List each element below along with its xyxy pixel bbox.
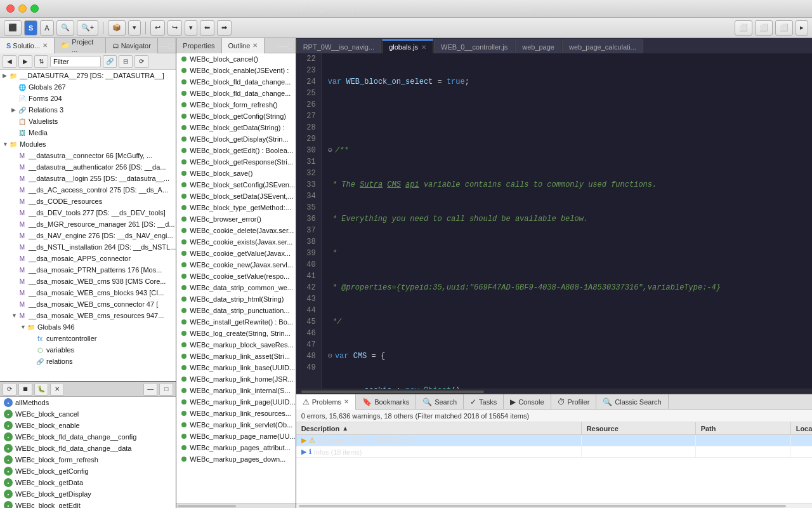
bl-btn-debug[interactable]: 🐛 [34,383,48,396]
outline-item-8[interactable]: WEBc_block_getEdit() : Boolea... [176,145,295,156]
outline-item-12[interactable]: WEBc_block_setData(JSEvent,... [176,190,295,202]
outline-item-34[interactable]: WEBc_markup_pages_attribut... [176,442,295,453]
panel-maximize-icon[interactable]: □ [168,41,173,51]
maximize-button[interactable] [30,4,39,13]
solution-tree[interactable]: ▶ 📁 __DATASUTRA__279 [DS: __DATASUTRA__]… [0,70,176,381]
tree-item-auth[interactable]: M __datasutra__authenticator 256 [DS: __… [0,161,176,173]
outline-item-10[interactable]: WEBc_block_save() [176,168,295,179]
outline-item-11[interactable]: WEBc_block_setConfig(JSEven... [176,179,295,190]
tab-navigator[interactable]: 🗂 Navigator [106,38,158,53]
tab-problems[interactable]: ⚠ Problems ✕ [296,394,356,410]
tree-item-mgr[interactable]: M __ds_MGR_resource_manager 261 [DS: __d… [0,218,176,230]
outline-item-32[interactable]: WEBc_markup_link_servlet(Ob... [176,419,295,431]
filter-input[interactable] [50,56,101,67]
outline-item-35[interactable]: WEBc_markup_pages_down... [176,453,295,465]
bl-btn-maximize[interactable]: □ [159,383,173,396]
toolbar-btn-more[interactable]: ▸ [796,20,808,36]
tree-item-globals946[interactable]: ▼ 📁 Globals 946 [0,321,176,333]
explorer-back[interactable]: ◀ [3,55,16,68]
bl-btn-minimize[interactable]: — [143,383,157,396]
tree-item-access[interactable]: M __ds_AC_access_control 275 [DS: __ds_A… [0,184,176,196]
outline-item-13[interactable]: WEBc_block_type_getMethod:... [176,202,295,213]
tab-web-controller[interactable]: WEB_0__controller.js [434,39,514,53]
method-getedit[interactable]: • WEBc_block_getEdit [0,500,176,508]
method-getconfig[interactable]: • WEBc_block_getConfig [0,465,176,477]
toolbar-btn-deploy[interactable]: 📦 [108,20,126,36]
toolbar-btn-search2[interactable]: 🔍+ [77,20,98,36]
method-all[interactable]: • allMethods [0,397,176,408]
tree-item-datasutra[interactable]: ▶ 📁 __DATASUTRA__279 [DS: __DATASUTRA__] [0,70,176,81]
middle-maximize-icon[interactable]: □ [287,41,292,51]
tree-item-nav[interactable]: M __ds_NAV_engine 276 [DS: __ds_NAV_engi… [0,230,176,241]
bl-btn-stop[interactable]: ⏹ [18,383,32,396]
outline-item-14[interactable]: WEBc_browser_error() [176,213,295,225]
tab-project[interactable]: 📁 Project ... [55,38,106,53]
outline-item-4[interactable]: WEBc_block_form_refresh() [176,99,295,110]
toolbar-btn-window1[interactable]: ⬜ [735,20,752,36]
outline-item-16[interactable]: WEBc_cookie_exists(Javax.ser... [176,236,295,248]
outline-item-2[interactable]: WEBc_block_fld_data_change... [176,76,295,88]
explorer-forward[interactable]: ▶ [18,55,32,68]
explorer-collapse[interactable]: ⊟ [119,55,133,68]
tree-item-code-res[interactable]: M __ds_CODE_resources [0,196,176,207]
outline-item-29[interactable]: WEBc_markup_link_internal(S... [176,385,295,396]
tab-profiler[interactable]: ⏱ Profiler [551,394,597,410]
outline-item-6[interactable]: WEBc_block_getData(String) : [176,122,295,133]
method-fld1[interactable]: • WEBc_block_fld_data_change__config [0,431,176,443]
tree-item-nstl[interactable]: M __ds_NSTL_installation 264 [DS: __ds_N… [0,241,176,253]
outline-item-26[interactable]: WEBc_markup_link_asset(Stri... [176,351,295,362]
tree-item-currentcontroller[interactable]: fx currentcontroller [0,333,176,344]
tab-bookmarks[interactable]: 🔖 Bookmarks [356,394,416,410]
method-refresh[interactable]: • WEBc_block_form_refresh [0,454,176,465]
toolbar-btn-a[interactable]: A [40,20,53,36]
tree-item-login[interactable]: M __datasutra__login 255 [DS: __datasutr… [0,173,176,184]
outline-item-7[interactable]: WEBc_block_getDisplay(Strin... [176,133,295,145]
outline-item-3[interactable]: WEBc_block_fld_data_change... [176,88,295,99]
toolbar-btn-solution[interactable]: S [24,20,37,36]
outline-item-9[interactable]: WEBc_block_getResponse(Stri... [176,156,295,168]
bl-btn-close[interactable]: ✕ [50,383,64,396]
method-fld2[interactable]: • WEBc_block_fld_data_change__data [0,443,176,454]
tab-globals-close[interactable]: ✕ [421,44,426,51]
explorer-sync[interactable]: ⟳ [134,55,148,68]
tree-item-media[interactable]: 🖼 Media [0,127,176,138]
toolbar-btn-1[interactable]: ⬛ [4,20,22,36]
tree-item-variables[interactable]: ⬡ variables [0,344,176,356]
toolbar-btn-nav2[interactable]: ➡ [217,20,232,36]
toolbar-btn-arrow-drop[interactable]: ▾ [128,20,141,36]
outline-item-28[interactable]: WEBc_markup_link_home(JSR... [176,373,295,385]
method-getdisplay[interactable]: • WEBc_block_getDisplay [0,488,176,500]
tab-outline[interactable]: Outline ✕ [222,38,265,53]
explorer-link[interactable]: 🔗 [103,55,117,68]
tab-rpt[interactable]: RPT_0W__iso_navig... [296,39,382,53]
tab-classic-search[interactable]: 🔍 Classic Search [596,394,668,410]
tree-item-connector47[interactable]: M __dsa_mosaic_WEB_cms_connector 47 [ [0,298,176,310]
toolbar-btn-search[interactable]: 🔍 [56,20,74,36]
outline-item-25[interactable]: WEBc_markup_block_saveRes... [176,339,295,351]
explorer-filter[interactable]: ⇅ [34,55,48,68]
tree-item-relations3[interactable]: ▶ 🔗 Relations 3 [0,104,176,116]
tab-properties[interactable]: Properties [176,38,221,53]
outline-item-1[interactable]: WEBc_block_enable(JSEvent) : [176,65,295,76]
outline-item-20[interactable]: WEBc_data_strip_common_we... [176,282,295,293]
method-getdata[interactable]: • WEBc_block_getData [0,477,176,488]
outline-item-21[interactable]: WEBc_data_strip_html(String) [176,293,295,305]
outline-item-23[interactable]: WEBc_install_getRewrite() : Bo... [176,316,295,328]
tab-solution[interactable]: S Solutio... ✕ [0,38,55,53]
tree-item-modules[interactable]: ▼ 📁 Modules [0,138,176,150]
methods-list[interactable]: • allMethods • WEBc_block_cancel • WEBc_… [0,397,176,508]
toolbar-btn-window3[interactable]: ⬜ [775,20,793,36]
tab-search[interactable]: 🔍 Search [416,394,464,410]
outline-item-0[interactable]: WEBc_block_cancel() [176,53,295,65]
editor-hscroll[interactable] [296,389,812,394]
method-cancel[interactable]: • WEBc_block_cancel [0,408,176,420]
panel-minimize-icon[interactable]: — [158,41,167,51]
tree-item-mosaic-apps[interactable]: M __dsa_mosaic_APPS_connector [0,253,176,264]
tab-web-page-calc[interactable]: web_page_calculati... [562,39,643,53]
tree-item-valuelists[interactable]: 📋 Valuelists [0,116,176,127]
toolbar-btn-nav1[interactable]: ⬅ [200,20,214,36]
outline-item-33[interactable]: WEBc_markup_page_name(UU... [176,431,295,442]
outline-list[interactable]: WEBc_block_cancel() WEBc_block_enable(JS… [176,53,295,503]
outline-item-18[interactable]: WEBc_cookie_new(Javax.servl... [176,259,295,271]
tab-outline-close[interactable]: ✕ [252,42,258,49]
